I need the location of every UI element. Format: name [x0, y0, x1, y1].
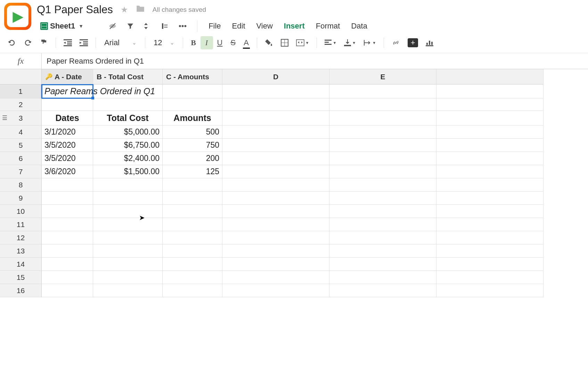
insert-link-button[interactable]	[388, 37, 403, 49]
cell-a10[interactable]	[42, 205, 93, 218]
cell-a15[interactable]	[42, 271, 93, 284]
cell-d12[interactable]	[222, 231, 329, 244]
cell-d4[interactable]	[222, 126, 329, 139]
menu-insert[interactable]: Insert	[278, 19, 310, 33]
cell-f13[interactable]	[436, 244, 544, 258]
cell-a14[interactable]	[42, 258, 93, 271]
horizontal-align-button[interactable]: ▼	[321, 38, 340, 48]
row-header-4[interactable]: 4	[0, 126, 42, 139]
cell-c10[interactable]	[163, 205, 222, 218]
cell-a1[interactable]: Paper Reams Ordered in Q1	[42, 84, 93, 98]
row-header-15[interactable]: 15	[0, 271, 42, 284]
menu-edit[interactable]: Edit	[227, 19, 251, 33]
column-header-a[interactable]: 🔑A - Date	[42, 69, 93, 84]
cell-e2[interactable]	[329, 98, 436, 111]
cell-e16[interactable]	[329, 284, 436, 297]
cell-a11[interactable]	[42, 218, 93, 231]
cell-b4[interactable]: $5,000.00	[93, 126, 163, 139]
font-family-select[interactable]: Arial ⌄	[100, 37, 141, 49]
formula-input[interactable]	[42, 53, 588, 69]
cell-c6[interactable]: 200	[163, 152, 222, 165]
cell-f7[interactable]	[436, 165, 544, 178]
cell-f12[interactable]	[436, 231, 544, 244]
italic-button[interactable]: I	[201, 36, 213, 49]
cell-e11[interactable]	[329, 218, 436, 231]
undo-button[interactable]	[4, 37, 19, 49]
cell-d5[interactable]	[222, 139, 329, 152]
cell-d10[interactable]	[222, 205, 329, 218]
cell-d15[interactable]	[222, 271, 329, 284]
cell-e12[interactable]	[329, 231, 436, 244]
cell-a4[interactable]: 3/1/2020	[42, 126, 93, 139]
cell-b10[interactable]	[93, 205, 163, 218]
cell-e7[interactable]	[329, 165, 436, 178]
cell-e13[interactable]	[329, 244, 436, 258]
cell-c1[interactable]	[163, 84, 222, 98]
cell-a7[interactable]: 3/6/2020	[42, 165, 93, 178]
cell-c16[interactable]	[163, 284, 222, 297]
cell-d7[interactable]	[222, 165, 329, 178]
cell-b7[interactable]: $1,500.00	[93, 165, 163, 178]
row-header-6[interactable]: 6	[0, 152, 42, 165]
insert-comment-button[interactable]: +	[404, 36, 422, 49]
cell-a12[interactable]	[42, 231, 93, 244]
cell-f2[interactable]	[436, 98, 544, 111]
vertical-align-button[interactable]: ▼	[341, 37, 359, 48]
more-options-icon[interactable]: •••	[174, 19, 191, 33]
menu-view[interactable]: View	[251, 19, 278, 33]
cell-c15[interactable]	[163, 271, 222, 284]
cell-d14[interactable]	[222, 258, 329, 271]
cell-c8[interactable]	[163, 178, 222, 192]
cell-d16[interactable]	[222, 284, 329, 297]
folder-icon[interactable]	[136, 5, 145, 15]
cell-a5[interactable]: 3/5/2020	[42, 139, 93, 152]
cell-e3[interactable]	[329, 111, 436, 126]
row-header-1[interactable]: 1	[0, 84, 42, 98]
text-color-button[interactable]: A	[240, 36, 253, 49]
column-header-d[interactable]: D	[222, 69, 329, 84]
row-header-8[interactable]: 8	[0, 178, 42, 192]
cell-b15[interactable]	[93, 271, 163, 284]
cell-b11[interactable]	[93, 218, 163, 231]
row-header-7[interactable]: 7	[0, 165, 42, 178]
cell-e15[interactable]	[329, 271, 436, 284]
cell-c13[interactable]	[163, 244, 222, 258]
cell-d3[interactable]	[222, 111, 329, 126]
cell-c9[interactable]	[163, 192, 222, 205]
cell-a3[interactable]: Dates	[42, 111, 93, 126]
cell-e8[interactable]	[329, 178, 436, 192]
cell-e6[interactable]	[329, 152, 436, 165]
cell-c11[interactable]	[163, 218, 222, 231]
cell-e10[interactable]	[329, 205, 436, 218]
row-header-13[interactable]: 13	[0, 244, 42, 258]
row-header-16[interactable]: 16	[0, 284, 42, 297]
cell-b3[interactable]: Total Cost	[93, 111, 163, 126]
column-header-blank[interactable]	[436, 69, 544, 84]
visibility-off-icon[interactable]	[104, 20, 122, 32]
cell-f6[interactable]	[436, 152, 544, 165]
cell-a9[interactable]	[42, 192, 93, 205]
cell-c5[interactable]: 750	[163, 139, 222, 152]
cell-a2[interactable]	[42, 98, 93, 111]
cell-c12[interactable]	[163, 231, 222, 244]
cell-a8[interactable]	[42, 178, 93, 192]
sort-icon[interactable]	[139, 20, 156, 32]
cell-f1[interactable]	[436, 84, 544, 98]
cell-f9[interactable]	[436, 192, 544, 205]
cell-c2[interactable]	[163, 98, 222, 111]
cell-d8[interactable]	[222, 178, 329, 192]
underline-button[interactable]: U	[214, 36, 226, 49]
indent-increase-button[interactable]	[76, 37, 91, 48]
cell-b2[interactable]	[93, 98, 163, 111]
filter-icon[interactable]	[122, 20, 139, 32]
cell-b5[interactable]: $6,750.00	[93, 139, 163, 152]
font-size-select[interactable]: 12 ⌄	[149, 37, 178, 49]
merge-cells-button[interactable]: ▼	[293, 37, 313, 48]
cell-e9[interactable]	[329, 192, 436, 205]
select-all-corner[interactable]	[0, 69, 42, 84]
cell-f15[interactable]	[436, 271, 544, 284]
cell-e1[interactable]	[329, 84, 436, 98]
cell-a16[interactable]	[42, 284, 93, 297]
cell-b9[interactable]	[93, 192, 163, 205]
menu-data[interactable]: Data	[345, 19, 373, 33]
